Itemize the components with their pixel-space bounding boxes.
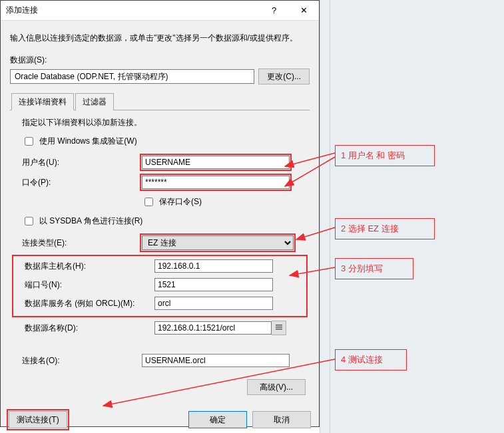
test-connection-button[interactable]: 测试连接(T) [9,411,67,428]
svg-rect-1 [276,327,282,328]
sysdba-label: 以 SYSDBA 角色进行连接(R) [39,216,142,227]
host-label: 数据库主机名(H): [25,261,154,272]
list-icon [275,323,283,333]
titlebar: 添加连接 ? ✕ [1,1,319,21]
data-source-readonly: Oracle Database (ODP.NET, 托管驱动程序) [10,69,254,84]
close-button[interactable]: ✕ [289,1,319,21]
data-source-value: Oracle Database (ODP.NET, 托管驱动程序) [15,71,168,82]
help-icon: ? [272,5,276,15]
dsn-input[interactable] [154,321,272,335]
use-windows-auth-checkbox[interactable] [25,137,33,146]
window-title: 添加连接 [6,5,259,16]
password-label: 口令(P): [22,177,142,188]
service-label: 数据库服务名 (例如 ORCL)(M): [25,298,154,309]
password-input[interactable] [142,176,290,189]
service-input[interactable] [154,297,273,310]
conn-type-label: 连接类型(E): [22,237,142,249]
dialog-footer: 测试连接(T) 确定 取消 [1,404,319,433]
annotation-1: 1 用户名 和 密码 [335,145,435,166]
port-label: 端口号(N): [25,279,154,291]
conn-name-label: 连接名(O): [22,355,142,366]
instruction-text: 输入信息以连接到选定的数据源，或单击"更改"选择另一个数据源和/或提供程序。 [10,33,310,44]
cancel-button[interactable]: 取消 [252,411,311,428]
save-password-label: 保存口令(S) [159,196,202,208]
data-source-label: 数据源(S): [10,55,310,66]
tabs: 连接详细资料 过滤器 [10,92,310,110]
use-windows-auth-label: 使用 Windows 集成验证(W) [39,136,137,147]
add-connection-dialog: 添加连接 ? ✕ 输入信息以连接到选定的数据源，或单击"更改"选择另一个数据源和… [0,0,320,427]
annotation-2: 2 选择 EZ 连接 [335,218,435,239]
host-input[interactable] [154,259,273,273]
advanced-button[interactable]: 高级(V)... [247,379,306,395]
dsn-browse-button[interactable] [272,321,286,335]
conn-type-select[interactable]: EZ 连接 [142,235,294,250]
username-input[interactable] [142,156,290,169]
dsn-label: 数据源名称(D): [25,323,154,334]
details-hint: 指定以下详细资料以添加新连接。 [22,117,306,128]
tab-content-details: 指定以下详细资料以添加新连接。 使用 Windows 集成验证(W) 用户名(U… [10,110,310,376]
tab-connection-details[interactable]: 连接详细资料 [11,93,74,110]
annotation-3: 3 分别填写 [335,258,413,279]
conn-name-input[interactable] [142,354,290,367]
close-icon: ✕ [300,5,308,15]
port-input[interactable] [154,278,273,291]
username-label: 用户名(U): [22,157,142,168]
tab-filter[interactable]: 过滤器 [75,93,114,110]
ok-button[interactable]: 确定 [188,411,247,428]
save-password-checkbox[interactable] [144,198,153,206]
svg-rect-2 [276,329,282,330]
svg-rect-0 [276,325,282,326]
change-button[interactable]: 更改(C)... [258,69,310,84]
annotation-4: 4 测试连接 [335,349,407,370]
sysdba-checkbox[interactable] [25,217,33,225]
help-button[interactable]: ? [259,1,289,21]
